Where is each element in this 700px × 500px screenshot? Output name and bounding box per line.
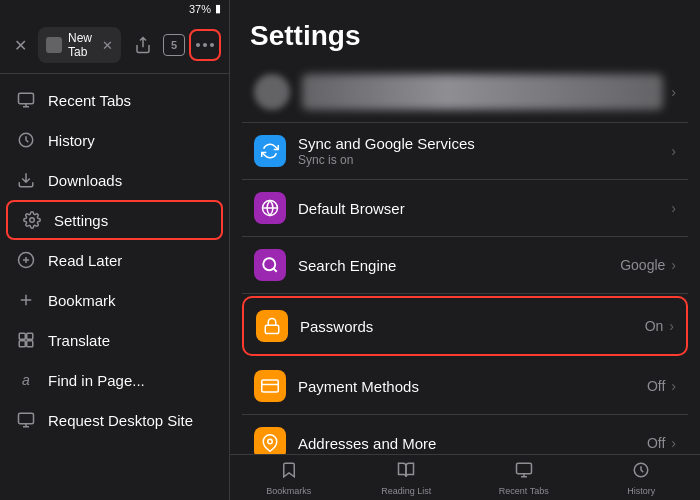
search-engine-icon: [254, 249, 286, 281]
profile-blurred-content: [302, 74, 663, 110]
svg-line-18: [273, 268, 276, 271]
search-engine-value: Google: [620, 257, 665, 273]
sidebar-item-bookmark[interactable]: Bookmark: [0, 280, 229, 320]
sidebar-item-history-label: History: [48, 132, 95, 149]
payment-methods-chevron: ›: [671, 378, 676, 394]
addresses-chevron: ›: [671, 435, 676, 451]
tab-close-button[interactable]: ✕: [102, 38, 113, 53]
sidebar-item-read-later[interactable]: Read Later: [0, 240, 229, 280]
sidebar-item-recent-tabs[interactable]: Recent Tabs: [0, 80, 229, 120]
menu-list: Recent Tabs History Downloads: [0, 74, 229, 500]
tab-favicon: [46, 37, 62, 53]
settings-item-sync[interactable]: Sync and Google Services Sync is on ›: [242, 123, 688, 180]
bottom-tab-bar: Bookmarks Reading List Recent Tabs: [230, 454, 700, 500]
svg-rect-10: [19, 333, 25, 339]
bottom-tab-recent-tabs[interactable]: Recent Tabs: [465, 461, 583, 496]
settings-header: Settings: [230, 0, 700, 62]
search-engine-title: Search Engine: [298, 257, 620, 274]
battery-icon: ▮: [215, 2, 221, 15]
share-icon[interactable]: [127, 29, 159, 61]
sidebar-item-bookmark-label: Bookmark: [48, 292, 116, 309]
default-browser-icon: [254, 192, 286, 224]
svg-rect-12: [19, 341, 25, 347]
settings-item-default-browser[interactable]: Default Browser ›: [242, 180, 688, 237]
default-browser-content: Default Browser: [298, 200, 671, 217]
addresses-title: Addresses and More: [298, 435, 647, 452]
downloads-icon: [16, 170, 36, 190]
settings-list: › Sync and Google Services Sync is on ›: [230, 62, 700, 454]
sidebar-item-downloads-label: Downloads: [48, 172, 122, 189]
request-desktop-icon: [16, 410, 36, 430]
passwords-icon: [256, 310, 288, 342]
tab-count-badge[interactable]: 5: [163, 34, 185, 56]
bookmarks-tab-label: Bookmarks: [266, 486, 311, 496]
sync-chevron: ›: [671, 143, 676, 159]
svg-point-4: [30, 218, 35, 223]
search-engine-chevron: ›: [671, 257, 676, 273]
recent-tabs-tab-label: Recent Tabs: [499, 486, 549, 496]
tab-bar: ✕ New Tab ✕ 5: [0, 17, 229, 74]
sidebar-item-settings[interactable]: Settings: [6, 200, 223, 240]
history-tab-label: History: [627, 486, 655, 496]
sync-title: Sync and Google Services: [298, 135, 671, 152]
bottom-tab-history[interactable]: History: [583, 461, 701, 496]
profile-chevron: ›: [671, 84, 676, 100]
passwords-title: Passwords: [300, 318, 645, 335]
sidebar-item-find-in-page[interactable]: a Find in Page...: [0, 360, 229, 400]
find-in-page-icon: a: [16, 370, 36, 390]
sidebar-item-request-desktop[interactable]: Request Desktop Site: [0, 400, 229, 440]
passwords-value: On: [645, 318, 664, 334]
reading-list-tab-icon: [397, 461, 415, 484]
svg-rect-13: [27, 341, 33, 347]
payment-methods-title: Payment Methods: [298, 378, 647, 395]
svg-point-2: [210, 43, 214, 47]
passwords-content: Passwords: [300, 318, 645, 335]
svg-rect-11: [27, 333, 33, 339]
svg-point-0: [196, 43, 200, 47]
sync-icon: [254, 135, 286, 167]
default-browser-chevron: ›: [671, 200, 676, 216]
passwords-chevron: ›: [669, 318, 674, 334]
bottom-tab-bookmarks[interactable]: Bookmarks: [230, 461, 348, 496]
payment-methods-icon: [254, 370, 286, 402]
more-menu-button[interactable]: [189, 29, 221, 61]
sync-subtitle: Sync is on: [298, 153, 671, 167]
search-engine-content: Search Engine: [298, 257, 620, 274]
sidebar-item-request-desktop-label: Request Desktop Site: [48, 412, 193, 429]
addresses-icon: [254, 427, 286, 454]
payment-methods-content: Payment Methods: [298, 378, 647, 395]
settings-item-passwords[interactable]: Passwords On ›: [242, 296, 688, 356]
sidebar-item-history[interactable]: History: [0, 120, 229, 160]
profile-icon: [254, 74, 290, 110]
svg-rect-23: [516, 463, 531, 474]
settings-item-search-engine[interactable]: Search Engine Google ›: [242, 237, 688, 294]
history-icon: [16, 130, 36, 150]
translate-icon: [16, 330, 36, 350]
sidebar-item-settings-label: Settings: [54, 212, 108, 229]
phone-status-bar: 37% ▮: [0, 0, 229, 17]
svg-rect-3: [19, 93, 34, 104]
addresses-content: Addresses and More: [298, 435, 647, 452]
active-tab[interactable]: New Tab ✕: [38, 27, 121, 63]
svg-rect-14: [19, 413, 34, 424]
sidebar-item-translate-label: Translate: [48, 332, 110, 349]
left-panel: 37% ▮ ✕ New Tab ✕ 5: [0, 0, 230, 500]
bottom-tab-reading-list[interactable]: Reading List: [348, 461, 466, 496]
default-browser-title: Default Browser: [298, 200, 671, 217]
tab-bar-close-button[interactable]: ✕: [8, 36, 32, 55]
sidebar-item-find-in-page-label: Find in Page...: [48, 372, 145, 389]
sidebar-item-recent-tabs-label: Recent Tabs: [48, 92, 131, 109]
sidebar-item-downloads[interactable]: Downloads: [0, 160, 229, 200]
bookmark-icon: [16, 290, 36, 310]
svg-rect-19: [265, 325, 279, 333]
sync-content: Sync and Google Services Sync is on: [298, 135, 671, 167]
settings-item-addresses[interactable]: Addresses and More Off ›: [242, 415, 688, 454]
settings-item-profile[interactable]: ›: [242, 62, 688, 123]
sidebar-item-translate[interactable]: Translate: [0, 320, 229, 360]
toolbar-icons: 5: [127, 29, 221, 61]
settings-item-payment-methods[interactable]: Payment Methods Off ›: [242, 358, 688, 415]
payment-methods-value: Off: [647, 378, 665, 394]
bookmarks-tab-icon: [280, 461, 298, 484]
svg-point-22: [268, 439, 273, 444]
settings-icon: [22, 210, 42, 230]
